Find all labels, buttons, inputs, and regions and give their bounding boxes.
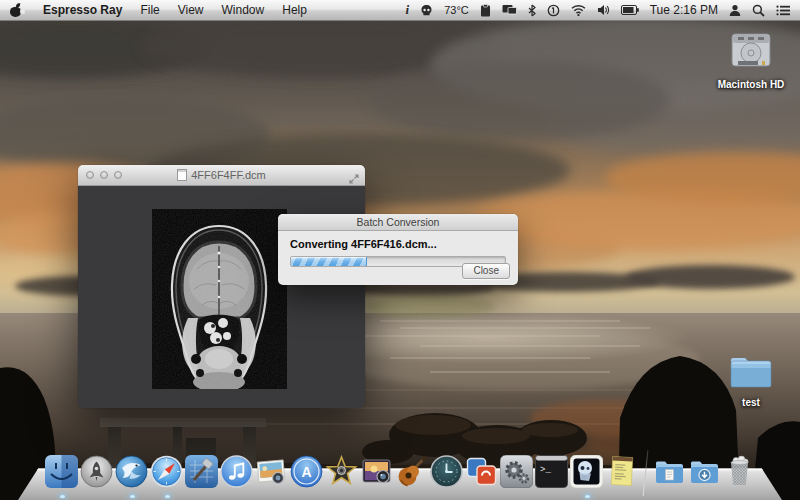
dock-item-system-preferences[interactable] [499,450,534,488]
thunderbird-icon [115,455,148,488]
battery-icon[interactable] [621,5,639,15]
menu-file[interactable]: File [131,3,168,17]
launchpad-icon [80,455,113,488]
clipboard-icon[interactable] [480,4,491,17]
desktop-icon-label: Macintosh HD [707,79,795,90]
dock-item-stickies[interactable] [604,450,639,488]
dock-item-espresso-ray[interactable] [569,450,604,488]
espresso-ray-icon [570,455,603,488]
notification-center-icon[interactable] [776,5,790,16]
dicom-viewer-window[interactable]: 4FF6F4FF.dcm [78,165,365,408]
desktop-icon-label: test [707,397,795,408]
dock: A [0,446,800,500]
dock-item-thunderbird[interactable] [114,450,149,488]
desktop-icon-macintosh-hd[interactable]: Macintosh HD [707,30,795,90]
conversion-status-text: Converting 4FF6F416.dcm... [290,238,506,250]
temperature-reading: 73°C [444,4,469,16]
terminal-icon: >_ [535,455,568,488]
trash-full-icon [723,455,756,488]
finder-icon [45,455,78,488]
svg-text:>_: >_ [540,465,551,475]
downloads-folder-icon [688,455,721,488]
dock-item-vmware-fusion[interactable] [464,450,499,488]
volume-icon[interactable] [597,4,610,16]
dock-item-trash[interactable] [722,450,757,488]
imovie-icon [325,455,358,488]
documents-folder-icon [653,455,686,488]
vmware-fusion-icon [465,455,498,488]
user-switch-icon[interactable] [729,4,741,17]
window-title-bar[interactable]: 4FF6F4FF.dcm [78,165,365,186]
batch-conversion-dialog[interactable]: Batch Conversion Converting 4FF6F416.dcm… [278,214,518,285]
system-preferences-icon [500,455,533,488]
stickies-icon [605,455,638,488]
folder-icon [726,352,776,392]
document-icon [177,169,187,181]
close-button[interactable]: Close [462,263,510,279]
dock-item-terminal[interactable]: >_ [534,450,569,488]
input-source-icon[interactable] [547,4,560,17]
menu-view[interactable]: View [169,3,213,17]
spotlight-icon[interactable] [752,4,765,17]
desktop-icon-test-folder[interactable]: test [707,352,795,408]
menu-bar: Espresso Ray File View Window Help i 73°… [0,0,800,21]
dock-item-xcode[interactable] [184,450,219,488]
dock-item-photo-booth[interactable] [359,450,394,488]
dock-item-downloads-folder[interactable] [687,450,722,488]
mri-coronal-image[interactable] [152,209,287,389]
menu-help[interactable]: Help [273,3,316,17]
app-store-icon: A [290,455,323,488]
dock-item-time-machine[interactable] [429,450,464,488]
displays-icon[interactable] [502,4,517,16]
menu-window[interactable]: Window [213,3,274,17]
istat-icon[interactable]: i [406,2,410,18]
dock-item-documents-folder[interactable] [652,450,687,488]
svg-text:A: A [301,464,311,480]
dialog-title: Batch Conversion [278,214,518,231]
hardware-monitor-icon[interactable] [420,4,433,17]
photo-booth-icon [360,455,393,488]
time-machine-icon [430,455,463,488]
hard-drive-icon [726,30,776,74]
menu-app-name[interactable]: Espresso Ray [34,3,131,17]
dock-item-finder[interactable] [44,450,79,488]
dock-item-safari[interactable] [149,450,184,488]
iphoto-icon [255,455,288,488]
dock-item-garageband[interactable] [394,450,429,488]
apple-menu-icon[interactable] [10,4,22,17]
dock-item-app-store[interactable]: A [289,450,324,488]
bluetooth-icon[interactable] [528,4,536,17]
safari-icon [150,455,183,488]
window-title: 4FF6F4FF.dcm [78,169,365,181]
menu-clock[interactable]: Tue 2:16 PM [650,3,718,17]
wifi-icon[interactable] [571,4,586,16]
dock-item-imovie[interactable] [324,450,359,488]
dock-item-launchpad[interactable] [79,450,114,488]
xcode-icon [185,455,218,488]
dock-divider [639,446,652,488]
dock-item-itunes[interactable] [219,450,254,488]
dock-item-iphoto[interactable] [254,450,289,488]
progress-bar-fill [291,257,367,266]
garageband-icon [395,455,428,488]
itunes-icon [220,455,253,488]
